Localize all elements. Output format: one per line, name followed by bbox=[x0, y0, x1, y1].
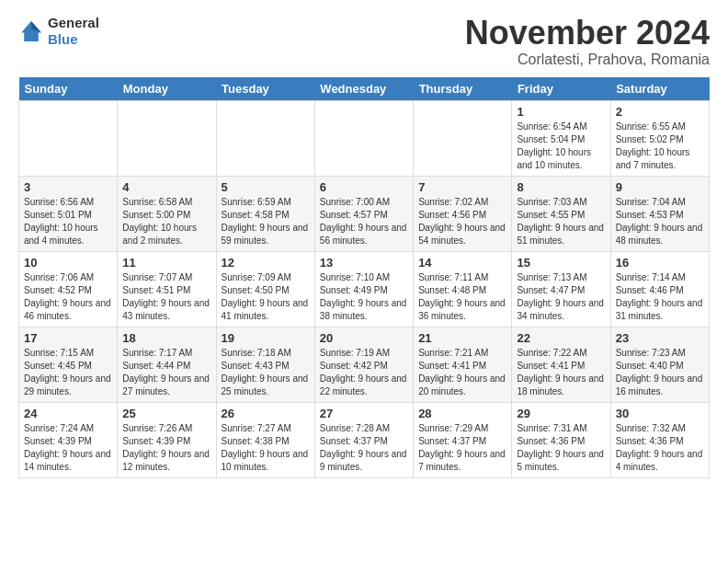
col-header-thursday: Thursday bbox=[414, 77, 512, 101]
day-cell: 17Sunrise: 7:15 AMSunset: 4:45 PMDayligh… bbox=[19, 327, 118, 402]
day-info: Sunrise: 7:17 AMSunset: 4:44 PMDaylight:… bbox=[122, 348, 210, 396]
day-info: Sunrise: 6:54 AMSunset: 5:04 PMDaylight:… bbox=[517, 121, 591, 170]
day-cell: 15Sunrise: 7:13 AMSunset: 4:47 PMDayligh… bbox=[512, 251, 610, 327]
day-cell bbox=[118, 100, 216, 176]
day-info: Sunrise: 7:24 AMSunset: 4:39 PMDaylight:… bbox=[24, 423, 111, 472]
header-row: SundayMondayTuesdayWednesdayThursdayFrid… bbox=[19, 77, 710, 101]
day-cell: 13Sunrise: 7:10 AMSunset: 4:49 PMDayligh… bbox=[314, 251, 413, 327]
day-cell: 25Sunrise: 7:26 AMSunset: 4:39 PMDayligh… bbox=[118, 402, 216, 477]
day-number: 30 bbox=[616, 407, 704, 420]
logo: General Blue bbox=[18, 15, 99, 48]
day-info: Sunrise: 7:32 AMSunset: 4:36 PMDaylight:… bbox=[616, 423, 703, 472]
day-number: 24 bbox=[24, 407, 112, 420]
day-info: Sunrise: 7:18 AMSunset: 4:43 PMDaylight:… bbox=[222, 348, 309, 396]
day-cell: 7Sunrise: 7:02 AMSunset: 4:56 PMDaylight… bbox=[414, 176, 512, 251]
day-number: 7 bbox=[418, 180, 506, 194]
day-cell bbox=[314, 100, 413, 176]
week-row-4: 17Sunrise: 7:15 AMSunset: 4:45 PMDayligh… bbox=[19, 327, 710, 402]
location: Corlatesti, Prahova, Romania bbox=[465, 52, 710, 68]
day-cell: 26Sunrise: 7:27 AMSunset: 4:38 PMDayligh… bbox=[216, 402, 314, 477]
day-number: 15 bbox=[517, 256, 605, 270]
day-number: 22 bbox=[517, 331, 605, 345]
day-info: Sunrise: 7:26 AMSunset: 4:39 PMDaylight:… bbox=[122, 423, 210, 472]
day-number: 14 bbox=[418, 256, 506, 270]
day-number: 27 bbox=[320, 407, 408, 420]
day-info: Sunrise: 7:22 AMSunset: 4:41 PMDaylight:… bbox=[517, 348, 604, 396]
day-cell: 21Sunrise: 7:21 AMSunset: 4:41 PMDayligh… bbox=[414, 327, 512, 402]
day-info: Sunrise: 7:02 AMSunset: 4:56 PMDaylight:… bbox=[418, 197, 506, 246]
day-info: Sunrise: 7:15 AMSunset: 4:45 PMDaylight:… bbox=[24, 348, 111, 396]
day-info: Sunrise: 7:03 AMSunset: 4:55 PMDaylight:… bbox=[517, 197, 604, 246]
day-info: Sunrise: 7:09 AMSunset: 4:50 PMDaylight:… bbox=[222, 272, 309, 321]
day-cell: 29Sunrise: 7:31 AMSunset: 4:36 PMDayligh… bbox=[512, 402, 610, 477]
day-cell: 30Sunrise: 7:32 AMSunset: 4:36 PMDayligh… bbox=[610, 402, 709, 477]
day-cell: 4Sunrise: 6:58 AMSunset: 5:00 PMDaylight… bbox=[118, 176, 216, 251]
day-cell bbox=[414, 100, 512, 176]
day-number: 3 bbox=[24, 180, 112, 194]
day-info: Sunrise: 7:00 AMSunset: 4:57 PMDaylight:… bbox=[320, 197, 407, 246]
day-info: Sunrise: 7:07 AMSunset: 4:51 PMDaylight:… bbox=[122, 272, 210, 321]
day-number: 18 bbox=[122, 331, 210, 345]
day-number: 20 bbox=[320, 331, 408, 345]
day-info: Sunrise: 7:10 AMSunset: 4:49 PMDaylight:… bbox=[320, 272, 407, 321]
title-block: November 2024 Corlatesti, Prahova, Roman… bbox=[465, 15, 710, 68]
calendar-table: SundayMondayTuesdayWednesdayThursdayFrid… bbox=[18, 77, 710, 478]
col-header-friday: Friday bbox=[512, 77, 610, 101]
logo-icon bbox=[18, 18, 44, 44]
day-info: Sunrise: 6:58 AMSunset: 5:00 PMDaylight:… bbox=[122, 197, 197, 246]
week-row-2: 3Sunrise: 6:56 AMSunset: 5:01 PMDaylight… bbox=[19, 176, 710, 251]
day-number: 12 bbox=[222, 256, 310, 270]
day-number: 21 bbox=[418, 331, 506, 345]
day-info: Sunrise: 7:29 AMSunset: 4:37 PMDaylight:… bbox=[418, 423, 506, 472]
day-number: 11 bbox=[122, 256, 210, 270]
day-number: 2 bbox=[616, 105, 704, 119]
day-cell: 6Sunrise: 7:00 AMSunset: 4:57 PMDaylight… bbox=[314, 176, 413, 251]
day-info: Sunrise: 7:14 AMSunset: 4:46 PMDaylight:… bbox=[616, 272, 703, 321]
day-number: 29 bbox=[517, 407, 605, 420]
day-info: Sunrise: 6:56 AMSunset: 5:01 PMDaylight:… bbox=[24, 197, 98, 246]
col-header-sunday: Sunday bbox=[19, 77, 118, 101]
day-number: 16 bbox=[616, 256, 704, 270]
day-info: Sunrise: 7:13 AMSunset: 4:47 PMDaylight:… bbox=[517, 272, 604, 321]
day-info: Sunrise: 7:28 AMSunset: 4:37 PMDaylight:… bbox=[320, 423, 407, 472]
day-info: Sunrise: 7:31 AMSunset: 4:36 PMDaylight:… bbox=[517, 423, 604, 472]
day-cell: 28Sunrise: 7:29 AMSunset: 4:37 PMDayligh… bbox=[414, 402, 512, 477]
header: General Blue November 2024 Corlatesti, P… bbox=[18, 15, 710, 68]
day-number: 13 bbox=[320, 256, 408, 270]
day-cell: 12Sunrise: 7:09 AMSunset: 4:50 PMDayligh… bbox=[216, 251, 314, 327]
day-info: Sunrise: 7:21 AMSunset: 4:41 PMDaylight:… bbox=[418, 348, 506, 396]
day-cell bbox=[19, 100, 118, 176]
day-number: 23 bbox=[616, 331, 704, 345]
day-cell: 16Sunrise: 7:14 AMSunset: 4:46 PMDayligh… bbox=[610, 251, 709, 327]
col-header-tuesday: Tuesday bbox=[216, 77, 314, 101]
day-number: 9 bbox=[616, 180, 704, 194]
day-number: 17 bbox=[24, 331, 112, 345]
day-info: Sunrise: 7:06 AMSunset: 4:52 PMDaylight:… bbox=[24, 272, 111, 321]
day-cell: 24Sunrise: 7:24 AMSunset: 4:39 PMDayligh… bbox=[19, 402, 118, 477]
day-cell: 1Sunrise: 6:54 AMSunset: 5:04 PMDaylight… bbox=[512, 100, 610, 176]
day-number: 1 bbox=[517, 105, 605, 119]
day-number: 10 bbox=[24, 256, 112, 270]
day-info: Sunrise: 7:23 AMSunset: 4:40 PMDaylight:… bbox=[616, 348, 703, 396]
logo-text: General Blue bbox=[48, 15, 99, 48]
day-cell: 27Sunrise: 7:28 AMSunset: 4:37 PMDayligh… bbox=[314, 402, 413, 477]
day-number: 4 bbox=[122, 180, 210, 194]
logo-blue: Blue bbox=[48, 31, 99, 48]
day-cell: 11Sunrise: 7:07 AMSunset: 4:51 PMDayligh… bbox=[118, 251, 216, 327]
day-cell: 9Sunrise: 7:04 AMSunset: 4:53 PMDaylight… bbox=[610, 176, 709, 251]
week-row-5: 24Sunrise: 7:24 AMSunset: 4:39 PMDayligh… bbox=[19, 402, 710, 477]
day-number: 19 bbox=[222, 331, 310, 345]
day-info: Sunrise: 7:11 AMSunset: 4:48 PMDaylight:… bbox=[418, 272, 506, 321]
day-info: Sunrise: 7:19 AMSunset: 4:42 PMDaylight:… bbox=[320, 348, 407, 396]
day-info: Sunrise: 6:59 AMSunset: 4:58 PMDaylight:… bbox=[222, 197, 309, 246]
day-cell: 14Sunrise: 7:11 AMSunset: 4:48 PMDayligh… bbox=[414, 251, 512, 327]
day-cell: 20Sunrise: 7:19 AMSunset: 4:42 PMDayligh… bbox=[314, 327, 413, 402]
day-info: Sunrise: 7:27 AMSunset: 4:38 PMDaylight:… bbox=[222, 423, 309, 472]
col-header-saturday: Saturday bbox=[610, 77, 709, 101]
day-cell: 5Sunrise: 6:59 AMSunset: 4:58 PMDaylight… bbox=[216, 176, 314, 251]
day-cell: 18Sunrise: 7:17 AMSunset: 4:44 PMDayligh… bbox=[118, 327, 216, 402]
day-cell: 3Sunrise: 6:56 AMSunset: 5:01 PMDaylight… bbox=[19, 176, 118, 251]
day-info: Sunrise: 6:55 AMSunset: 5:02 PMDaylight:… bbox=[616, 121, 690, 170]
day-info: Sunrise: 7:04 AMSunset: 4:53 PMDaylight:… bbox=[616, 197, 703, 246]
day-cell bbox=[216, 100, 314, 176]
